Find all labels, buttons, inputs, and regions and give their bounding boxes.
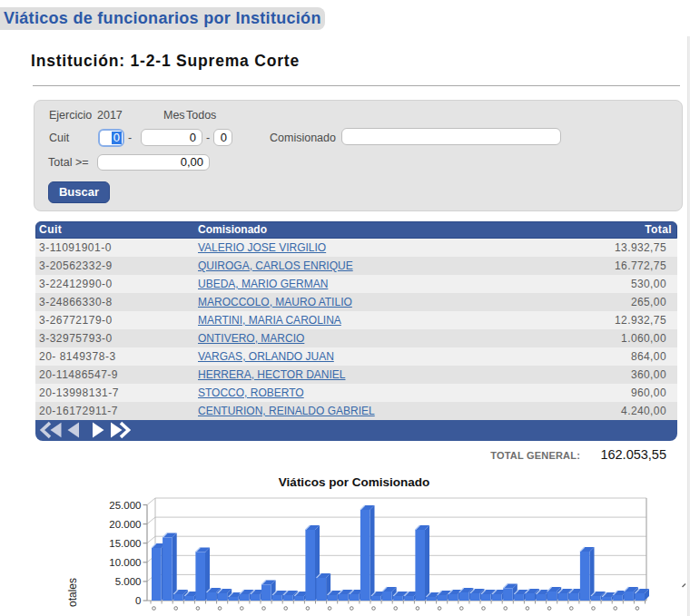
svg-text:Viáticos por Comisionado: Viáticos por Comisionado [279, 475, 429, 489]
svg-text:15.000: 15.000 [109, 538, 141, 549]
svg-text:5.000: 5.000 [115, 576, 142, 587]
svg-text:20.000: 20.000 [109, 519, 141, 530]
svg-text:25.000: 25.000 [109, 500, 141, 511]
svg-text:0: 0 [135, 595, 141, 606]
svg-text:10.000: 10.000 [109, 557, 141, 568]
svg-text:otales: otales [66, 578, 79, 607]
